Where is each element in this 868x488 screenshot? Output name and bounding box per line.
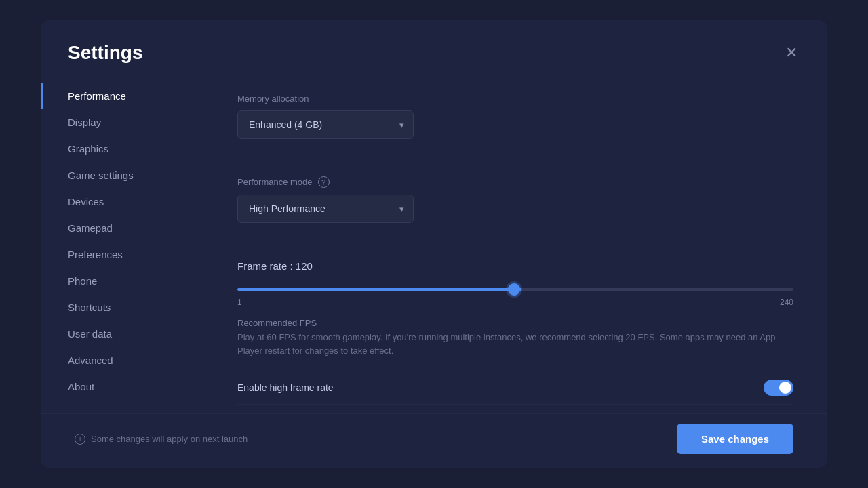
recommended-fps-text: Play at 60 FPS for smooth gameplay. If y…	[237, 331, 793, 357]
sidebar-item-preferences[interactable]: Preferences	[41, 241, 203, 268]
performance-mode-label: Performance mode	[237, 177, 313, 187]
recommended-fps-section: Recommended FPS Play at 60 FPS for smoot…	[237, 318, 793, 357]
divider-2	[237, 245, 793, 245]
divider-1	[237, 161, 793, 161]
close-button[interactable]: ✕	[783, 43, 800, 63]
frame-rate-min: 1	[237, 298, 242, 307]
high-frame-rate-label: Enable high frame rate	[237, 382, 334, 393]
frame-rate-slider[interactable]	[237, 288, 793, 291]
memory-allocation-select[interactable]: Standard (1 GB) Medium (2 GB) Enhanced (…	[237, 110, 414, 139]
vsync-track[interactable]	[764, 413, 793, 413]
main-content: Memory allocation Standard (1 GB) Medium…	[203, 77, 827, 413]
performance-mode-wrapper: Balanced High Performance Ultra Performa…	[237, 195, 414, 223]
sidebar-item-devices[interactable]: Devices	[41, 188, 203, 215]
modal-header: Settings ✕	[41, 20, 827, 77]
perf-mode-header: Performance mode ?	[237, 176, 793, 188]
sidebar: PerformanceDisplayGraphicsGame settingsD…	[41, 77, 203, 413]
high-frame-rate-thumb	[779, 382, 791, 394]
footer-note-text: Some changes will apply on next launch	[91, 434, 248, 444]
vsync-toggle[interactable]	[764, 413, 793, 413]
sidebar-item-shortcuts[interactable]: Shortcuts	[41, 294, 203, 321]
sidebar-item-phone[interactable]: Phone	[41, 268, 203, 294]
memory-allocation-wrapper: Standard (1 GB) Medium (2 GB) Enhanced (…	[237, 110, 414, 139]
sidebar-item-game-settings[interactable]: Game settings	[41, 162, 203, 188]
sidebar-item-graphics[interactable]: Graphics	[41, 136, 203, 162]
toggle-row-high-frame-rate: Enable high frame rate	[237, 371, 793, 404]
memory-allocation-label: Memory allocation	[237, 94, 793, 104]
frame-rate-max: 240	[780, 298, 793, 307]
high-frame-rate-toggle[interactable]	[764, 380, 793, 396]
sidebar-item-display[interactable]: Display	[41, 109, 203, 136]
sidebar-item-about[interactable]: About	[41, 373, 203, 400]
sidebar-item-gamepad[interactable]: Gamepad	[41, 215, 203, 241]
performance-mode-help-icon[interactable]: ?	[318, 176, 330, 188]
save-changes-button[interactable]: Save changes	[677, 424, 793, 454]
sidebar-item-advanced[interactable]: Advanced	[41, 347, 203, 373]
toggle-row-vsync: Enable VSync (to prevent screen tearing)	[237, 404, 793, 413]
modal-title: Settings	[68, 42, 142, 64]
frame-rate-range: 1 240	[237, 298, 793, 307]
recommended-fps-title: Recommended FPS	[237, 318, 793, 328]
high-frame-rate-track[interactable]	[764, 380, 793, 396]
performance-mode-select[interactable]: Balanced High Performance Ultra Performa…	[237, 195, 414, 223]
sidebar-item-performance[interactable]: Performance	[41, 83, 203, 109]
footer-note: i Some changes will apply on next launch	[75, 434, 248, 445]
frame-rate-slider-container	[237, 281, 793, 293]
settings-modal: Settings ✕ PerformanceDisplayGraphicsGam…	[41, 20, 827, 468]
footer-info-icon: i	[75, 434, 85, 445]
modal-footer: i Some changes will apply on next launch…	[41, 413, 827, 468]
modal-body: PerformanceDisplayGraphicsGame settingsD…	[41, 77, 827, 413]
sidebar-item-user-data[interactable]: User data	[41, 321, 203, 347]
frame-rate-label: Frame rate : 120	[237, 260, 793, 272]
